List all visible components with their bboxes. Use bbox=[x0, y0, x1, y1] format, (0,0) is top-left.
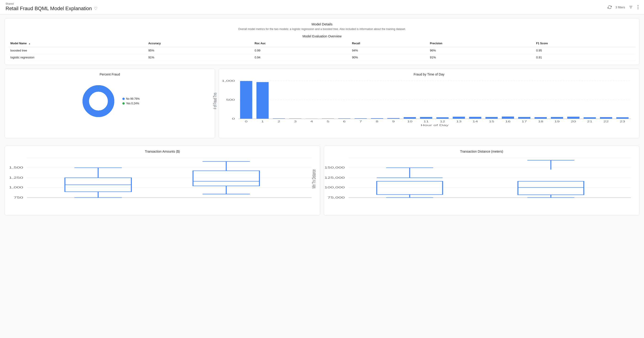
cell-accuracy: 95% bbox=[146, 47, 252, 54]
svg-text:14: 14 bbox=[472, 120, 478, 123]
svg-text:150,000: 150,000 bbox=[324, 166, 344, 169]
fraud-by-time-card: Fraud by Time of Day 0 500 1,000 # of Fr… bbox=[219, 69, 640, 138]
donut-legend: No 99.76% Yes 0.24% bbox=[122, 97, 140, 105]
svg-text:18: 18 bbox=[538, 120, 543, 123]
svg-rect-28 bbox=[404, 117, 416, 119]
col-precision[interactable]: Precision bbox=[428, 40, 534, 47]
donut-chart-container: No 99.76% Yes 0.24% bbox=[8, 79, 211, 123]
transaction-amounts-chart: 750 1,000 1,250 1,500 Min Trx Amount bbox=[27, 158, 312, 202]
model-details-subtitle: Overall model metrics for the two models… bbox=[8, 28, 636, 31]
fraud-time-chart: 0 500 1,000 # of Fraud Trxs bbox=[238, 81, 631, 123]
eval-overview-title: Model Evaluation Overview bbox=[8, 34, 636, 38]
col-model-name[interactable]: Model Name ▲ bbox=[8, 40, 146, 47]
donut-chart bbox=[80, 83, 117, 120]
filter-button[interactable] bbox=[628, 4, 634, 10]
svg-text:6: 6 bbox=[343, 120, 346, 123]
refresh-button[interactable] bbox=[607, 4, 613, 10]
svg-text:1: 1 bbox=[261, 120, 264, 123]
middle-row: Percent Fraud No 99.76% bbox=[4, 69, 640, 142]
transaction-amounts-title: Transaction Amounts ($) bbox=[8, 150, 316, 153]
svg-rect-37 bbox=[551, 117, 563, 119]
svg-text:13: 13 bbox=[456, 120, 462, 123]
page-header: Shared Retail Fraud BQML Model Explanati… bbox=[0, 0, 644, 15]
svg-rect-41 bbox=[616, 117, 628, 119]
svg-rect-1 bbox=[630, 7, 632, 8]
cell-roc-auc: 0.99 bbox=[252, 47, 350, 54]
legend-yes: Yes 0.24% bbox=[122, 102, 140, 105]
main-content: Model Details Overall model metrics for … bbox=[0, 15, 644, 223]
svg-rect-30 bbox=[436, 117, 448, 119]
svg-text:22: 22 bbox=[604, 120, 609, 123]
table-row: logistic regression 91% 0.94 90% 91% 0.9… bbox=[8, 54, 636, 61]
svg-text:2: 2 bbox=[278, 120, 280, 123]
svg-text:8: 8 bbox=[376, 120, 378, 123]
svg-rect-29 bbox=[420, 117, 432, 119]
svg-text:12: 12 bbox=[440, 120, 445, 123]
svg-rect-86 bbox=[193, 171, 259, 186]
svg-point-10 bbox=[90, 92, 107, 110]
svg-text:9: 9 bbox=[392, 120, 395, 123]
model-details-card: Model Details Overall model metrics for … bbox=[4, 18, 640, 65]
svg-text:1,000: 1,000 bbox=[9, 186, 23, 189]
col-roc-auc[interactable]: Roc Auc bbox=[252, 40, 350, 47]
cell-f1: 0.95 bbox=[534, 47, 636, 54]
header-actions: 3 filters bbox=[607, 4, 640, 10]
svg-text:# of Fraud Trxs: # of Fraud Trxs bbox=[212, 93, 218, 109]
percent-fraud-title: Percent Fraud bbox=[8, 73, 211, 76]
svg-text:23: 23 bbox=[620, 120, 625, 123]
legend-no: No 99.76% bbox=[122, 97, 140, 100]
svg-rect-34 bbox=[502, 117, 514, 119]
svg-rect-2 bbox=[630, 8, 632, 9]
svg-rect-108 bbox=[518, 181, 584, 195]
svg-text:0: 0 bbox=[232, 117, 235, 120]
svg-rect-18 bbox=[240, 81, 252, 119]
cell-precision: 91% bbox=[428, 54, 534, 61]
svg-text:10: 10 bbox=[407, 120, 412, 123]
svg-point-3 bbox=[638, 5, 638, 6]
col-recall[interactable]: Recall bbox=[350, 40, 428, 47]
svg-rect-32 bbox=[469, 117, 481, 119]
cell-accuracy: 91% bbox=[146, 54, 252, 61]
cell-roc-auc: 0.94 bbox=[252, 54, 350, 61]
svg-text:Min Trx Distance: Min Trx Distance bbox=[311, 170, 317, 189]
cell-model: boosted tree bbox=[8, 47, 146, 54]
svg-rect-38 bbox=[567, 117, 580, 119]
svg-rect-35 bbox=[518, 117, 530, 119]
legend-no-dot bbox=[122, 98, 125, 100]
bottom-row: Transaction Amounts ($) 750 1,000 1,250 … bbox=[4, 146, 640, 219]
svg-text:1,000: 1,000 bbox=[222, 79, 235, 82]
col-f1[interactable]: F1 Score bbox=[534, 40, 636, 47]
col-accuracy[interactable]: Accuracy bbox=[146, 40, 252, 47]
favorite-icon[interactable]: ♡ bbox=[94, 6, 98, 11]
percent-fraud-card: Percent Fraud No 99.76% bbox=[4, 69, 215, 138]
svg-text:75,000: 75,000 bbox=[328, 196, 345, 199]
sort-arrow: ▲ bbox=[28, 42, 31, 45]
svg-rect-102 bbox=[377, 181, 443, 195]
legend-yes-dot bbox=[122, 102, 125, 105]
shared-label: Shared bbox=[6, 2, 638, 5]
page-title: Retail Fraud BQML Model Explanation ♡ bbox=[6, 6, 638, 12]
svg-rect-33 bbox=[486, 117, 498, 119]
svg-text:5: 5 bbox=[326, 120, 330, 123]
svg-text:1,500: 1,500 bbox=[9, 166, 23, 169]
svg-text:19: 19 bbox=[554, 120, 560, 123]
cell-recall: 94% bbox=[350, 47, 428, 54]
cell-precision: 96% bbox=[428, 47, 534, 54]
svg-rect-39 bbox=[584, 117, 596, 119]
svg-text:17: 17 bbox=[522, 120, 527, 123]
transaction-distance-title: Transaction Distance (meters) bbox=[328, 150, 636, 153]
svg-rect-31 bbox=[453, 117, 465, 119]
transaction-amounts-card: Transaction Amounts ($) 750 1,000 1,250 … bbox=[4, 146, 320, 215]
legend-yes-label: Yes 0.24% bbox=[126, 102, 139, 105]
svg-text:7: 7 bbox=[359, 120, 362, 123]
svg-text:11: 11 bbox=[424, 120, 429, 123]
table-row: boosted tree 95% 0.99 94% 96% 0.95 bbox=[8, 47, 636, 54]
svg-point-5 bbox=[638, 8, 638, 9]
svg-text:Hour of Day: Hour of Day bbox=[421, 123, 448, 126]
model-details-title: Model Details bbox=[8, 22, 636, 26]
legend-no-label: No 99.76% bbox=[126, 97, 140, 100]
svg-text:750: 750 bbox=[14, 196, 23, 199]
more-options-button[interactable] bbox=[636, 4, 640, 10]
svg-text:15: 15 bbox=[489, 120, 494, 123]
svg-text:4: 4 bbox=[310, 120, 313, 123]
